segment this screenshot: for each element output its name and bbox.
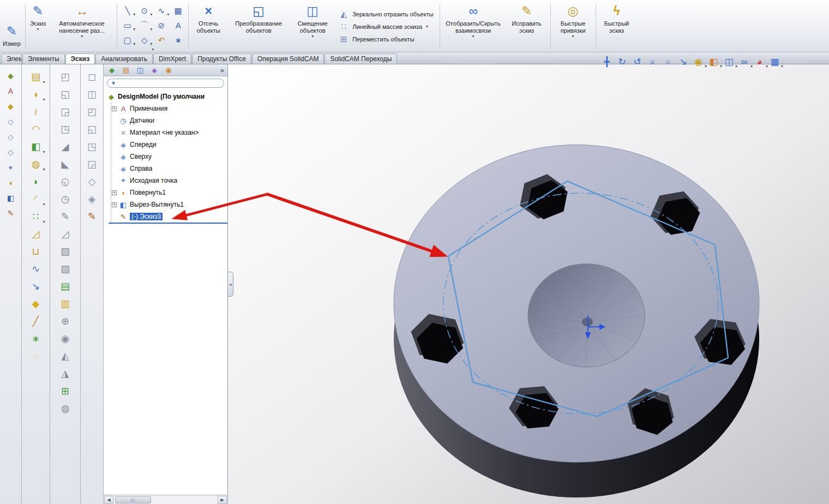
- shell-icon[interactable]: ⊔: [28, 243, 44, 260]
- rotate-view-icon[interactable]: ↻: [615, 55, 629, 69]
- lofted-surface-icon[interactable]: ◳: [57, 121, 74, 137]
- viewport-canvas[interactable]: [228, 64, 829, 504]
- dropdown-caret-icon[interactable]: ▾: [167, 13, 169, 17]
- configurationmanager-tab-icon[interactable]: ◫: [135, 65, 145, 75]
- left-view-icon[interactable]: ◰: [84, 103, 100, 120]
- attachment-icon[interactable]: ◌: [28, 347, 44, 364]
- dropdown-caret-icon[interactable]: ▾: [150, 27, 152, 32]
- document-tab[interactable]: DimXpert: [153, 53, 191, 64]
- cut-extrude-feature-icon[interactable]: ◧: [4, 190, 18, 205]
- tree-item[interactable]: ⌖Исходная точка: [112, 175, 227, 187]
- ellipse-tool-icon[interactable]: ⊘: [153, 18, 170, 33]
- back-view-icon[interactable]: ◫: [84, 86, 100, 103]
- mold-tool-icon[interactable]: ◮: [57, 365, 74, 382]
- circle-tool-icon[interactable]: ⊙▾: [136, 3, 153, 18]
- line-tool-icon[interactable]: ╲▾: [119, 3, 136, 18]
- hide-show-items-icon[interactable]: ∞▾: [737, 55, 752, 69]
- tree-item[interactable]: ◈Спереди: [112, 139, 227, 151]
- dropdown-caret-icon[interactable]: ▾: [150, 42, 152, 46]
- expand-toggle-icon[interactable]: +: [112, 202, 117, 207]
- tree-item[interactable]: +◖Повернуть1: [112, 187, 227, 199]
- reference-point-icon[interactable]: ∗: [28, 330, 44, 347]
- draft-icon[interactable]: ◿: [28, 225, 44, 242]
- tree-item[interactable]: ≡Материал <не указан>: [112, 127, 227, 139]
- extruded-surface-icon[interactable]: ◰: [57, 68, 74, 85]
- smart-dimension-icon[interactable]: ◆: [28, 295, 44, 312]
- annotations-icon[interactable]: A: [4, 83, 18, 98]
- dropdown-caret-icon[interactable]: ▾: [426, 25, 428, 29]
- instant3d-icon[interactable]: ↘: [28, 278, 44, 295]
- dropdown-caret-icon[interactable]: ▾: [472, 34, 474, 39]
- displaymanager-tab-icon[interactable]: ◉: [164, 65, 173, 75]
- revolved-surface-icon[interactable]: ◱: [57, 86, 74, 103]
- tree-item[interactable]: +AПримечания: [112, 103, 227, 115]
- revolved-cut-icon[interactable]: ◗: [28, 173, 44, 190]
- dropdown-caret-icon[interactable]: ▾: [133, 13, 135, 17]
- dropdown-caret-icon[interactable]: ▾: [43, 98, 45, 102]
- swept-boss-icon[interactable]: ≀: [28, 103, 44, 120]
- mirror-entities-button[interactable]: ◭ Зеркально отразить объекты: [339, 9, 433, 19]
- trim-surface-icon[interactable]: ▤: [57, 278, 74, 295]
- pan-icon[interactable]: ╋: [599, 55, 614, 69]
- boundary-surface-icon[interactable]: ◢: [57, 138, 74, 155]
- thicken-icon[interactable]: ◉: [57, 330, 74, 347]
- dimxpertmanager-tab-icon[interactable]: ◈: [149, 65, 159, 75]
- dropdown-caret-icon[interactable]: ▾: [43, 167, 45, 172]
- arc-tool-icon[interactable]: ⌒▾: [136, 18, 153, 33]
- document-tab[interactable]: SolidCAM Переходы: [325, 53, 397, 64]
- front-view-icon[interactable]: ◻: [84, 68, 100, 85]
- zoom-fit-icon[interactable]: ⌕: [645, 55, 660, 69]
- revolve-feature-icon[interactable]: ◖: [4, 175, 18, 190]
- swept-surface-icon[interactable]: ◲: [57, 103, 74, 120]
- linear-sketch-pattern-button[interactable]: ∷ Линейный массив эскиза ▾: [339, 22, 433, 32]
- document-tab[interactable]: Операция SolidCAM: [252, 53, 325, 64]
- knit-surface-icon[interactable]: ⊕: [57, 313, 74, 329]
- delete-face-icon[interactable]: ◿: [57, 225, 74, 242]
- front-plane-icon[interactable]: ◇: [4, 114, 18, 129]
- cut-with-surface-icon[interactable]: ◭: [57, 347, 74, 364]
- zoom-area-icon[interactable]: ⌕: [660, 55, 675, 69]
- scroll-thumb[interactable]: |||: [115, 496, 151, 503]
- propertymanager-tab-icon[interactable]: ▤: [121, 65, 131, 75]
- ruled-surface-icon[interactable]: ✎: [57, 208, 74, 225]
- linear-pattern-icon[interactable]: ∷▾: [28, 208, 44, 225]
- document-tab[interactable]: Элементы: [22, 53, 65, 64]
- panel-splitter-handle[interactable]: ◂: [228, 272, 233, 297]
- dropdown-caret-icon[interactable]: ▾: [572, 34, 574, 39]
- repair-sketch-button[interactable]: ✎ Исправить эскиз: [505, 1, 549, 52]
- part-tree-icon[interactable]: ◆: [4, 68, 18, 83]
- tree-item[interactable]: +◧Вырез-Вытянуть1: [112, 199, 227, 211]
- document-tab[interactable]: Продукты Office: [192, 53, 251, 64]
- panel-expand-chevron[interactable]: »: [220, 66, 224, 74]
- quick-snaps-button[interactable]: ◎ Быстрые привязки ▾: [552, 1, 594, 52]
- three-point-arc-tool-icon[interactable]: ↶: [153, 33, 170, 47]
- dropdown-caret-icon[interactable]: ▾: [43, 150, 45, 154]
- scroll-right-arrow[interactable]: ▶: [218, 496, 227, 504]
- planar-surface-icon[interactable]: ◵: [57, 173, 74, 190]
- draft-analysis-icon[interactable]: ◍: [57, 400, 74, 417]
- section-view-icon[interactable]: ◧▾: [706, 55, 721, 69]
- dropdown-caret-icon[interactable]: ▾: [81, 34, 83, 39]
- revolved-boss-icon[interactable]: ◖▾: [28, 86, 44, 103]
- isometric-view-icon[interactable]: ◇: [84, 173, 100, 190]
- dropdown-caret-icon[interactable]: ▾: [43, 220, 45, 224]
- document-tab[interactable]: Анализировать: [95, 53, 153, 64]
- featuremanager-tab-icon[interactable]: ◆: [107, 65, 117, 75]
- polygon-tool-icon[interactable]: ◇▾: [136, 33, 153, 47]
- extend-surface-icon[interactable]: ▧: [57, 260, 74, 277]
- dropdown-caret-icon[interactable]: ▾: [43, 80, 45, 85]
- wrap-icon[interactable]: ∿: [28, 260, 44, 277]
- dropdown-caret-icon[interactable]: ▾: [133, 42, 135, 46]
- origin-icon[interactable]: ⌖: [4, 160, 18, 175]
- tree-filter-box[interactable]: ▼: [107, 79, 224, 88]
- replace-face-icon[interactable]: ▨: [57, 243, 74, 260]
- spline-tool-icon[interactable]: ∿▾: [153, 3, 170, 18]
- scene-settings-icon[interactable]: ▦▾: [767, 55, 782, 69]
- dropdown-caret-icon[interactable]: ▾: [152, 47, 154, 52]
- move-entities-button[interactable]: ⊞ Переместить объекты: [339, 34, 433, 44]
- filled-surface-icon[interactable]: ◣: [57, 155, 74, 172]
- text-tool-icon[interactable]: A: [170, 18, 187, 33]
- top-plane-icon[interactable]: ◇: [4, 129, 18, 144]
- auto-dimension-button[interactable]: ↔ Автоматическое нанесение раз... ▾: [49, 1, 115, 52]
- tree-filter-input[interactable]: [119, 80, 220, 87]
